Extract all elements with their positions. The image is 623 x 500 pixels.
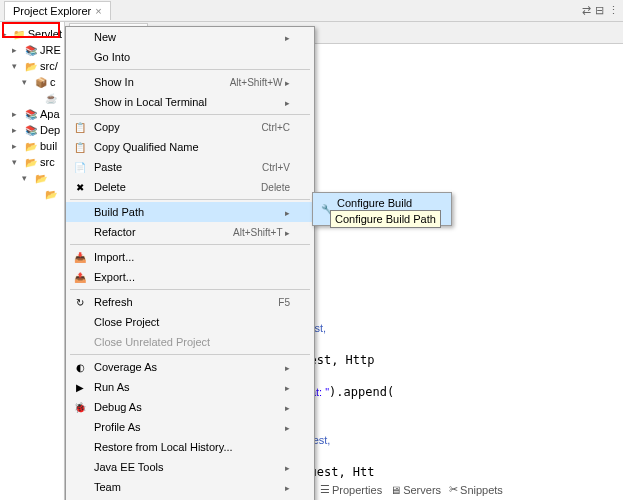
menu-label: Paste [94, 161, 122, 173]
expand-icon[interactable]: ▸ [12, 109, 22, 119]
menu-item-build-path[interactable]: Build Path ▸ [66, 202, 314, 222]
snippets-tab[interactable]: ✂ Snippets [449, 483, 503, 496]
context-menu: New ▸Go IntoShow InAlt+Shift+W ▸Show in … [65, 26, 315, 500]
servers-tab[interactable]: 🖥 Servers [390, 483, 441, 496]
menu-shortcut: Ctrl+V [262, 162, 290, 173]
project-explorer-tab[interactable]: Project Explorer × [4, 1, 111, 20]
menu-item-export-[interactable]: 📤Export... [66, 267, 314, 287]
import-icon: 📥 [72, 249, 88, 265]
menu-label: Restore from Local History... [94, 441, 233, 453]
collapse-icon[interactable]: ⊟ [595, 4, 604, 17]
run-icon: ▶ [72, 379, 88, 395]
menu-item-close-unrelated-project: Close Unrelated Project [66, 332, 314, 352]
expand-icon[interactable]: ▸ [12, 125, 22, 135]
menu-separator [70, 244, 310, 245]
menu-item-refresh[interactable]: ↻RefreshF5 [66, 292, 314, 312]
folder-icon: 📂 [44, 187, 58, 201]
refresh-icon: ↻ [72, 294, 88, 310]
tree-item[interactable]: 📂 [0, 186, 64, 202]
filter-icon[interactable]: ⋮ [608, 4, 619, 17]
menu-label: Copy Qualified Name [94, 141, 199, 153]
menu-item-go-into[interactable]: Go Into [66, 47, 314, 67]
folder-icon: 📂 [24, 59, 38, 73]
menu-item-run-as[interactable]: ▶Run As ▸ [66, 377, 314, 397]
tree-item[interactable]: ▸📚Dep [0, 122, 64, 138]
debug-icon: 🐞 [72, 399, 88, 415]
menu-separator [70, 289, 310, 290]
menu-label: Delete [94, 181, 126, 193]
expand-icon[interactable]: ▸ [12, 45, 22, 55]
coverage-icon: ◐ [72, 359, 88, 375]
tree-label: Apa [40, 108, 60, 120]
menu-item-copy[interactable]: 📋CopyCtrl+C [66, 117, 314, 137]
tree-item[interactable]: ▸📂buil [0, 138, 64, 154]
expand-icon[interactable]: ▸ [12, 141, 22, 151]
menu-item-restore-from-local-history-[interactable]: Restore from Local History... [66, 437, 314, 457]
tree-item[interactable]: ▸📚Apa [0, 106, 64, 122]
menu-item-show-in-local-terminal[interactable]: Show in Local Terminal ▸ [66, 92, 314, 112]
submenu-arrow-icon: ▸ [285, 383, 290, 393]
menu-shortcut: F5 [278, 297, 290, 308]
properties-tab[interactable]: ☰ Properties [320, 483, 382, 496]
tree-item[interactable]: ▾📂src [0, 154, 64, 170]
expand-icon[interactable]: ▾ [12, 61, 22, 71]
expand-icon[interactable]: ▾ [22, 173, 32, 183]
expand-icon[interactable]: ▾ [22, 77, 32, 87]
tree-item[interactable]: ▾📦c [0, 74, 64, 90]
menu-item-team[interactable]: Team ▸ [66, 477, 314, 497]
menu-item-close-project[interactable]: Close Project [66, 312, 314, 332]
close-icon[interactable]: × [95, 5, 101, 17]
menu-item-profile-as[interactable]: Profile As ▸ [66, 417, 314, 437]
menu-label: Refactor [94, 226, 136, 238]
folder-icon: 📂 [24, 139, 38, 153]
explorer-tab-bar: Project Explorer × ⇄ ⊟ ⋮ [0, 0, 623, 22]
menu-separator [70, 69, 310, 70]
menu-separator [70, 199, 310, 200]
tree-item[interactable]: ▸📁Servlet [0, 26, 64, 42]
menu-item-debug-as[interactable]: 🐞Debug As ▸ [66, 397, 314, 417]
link-icon[interactable]: ⇄ [582, 4, 591, 17]
menu-label: Team [94, 481, 121, 493]
paste-icon: 📄 [72, 159, 88, 175]
tab-label: Project Explorer [13, 5, 91, 17]
menu-label: Debug As [94, 401, 142, 413]
tree-label: Dep [40, 124, 60, 136]
tree-item[interactable]: ▾📂 [0, 170, 64, 186]
submenu-arrow-icon: ▸ [285, 483, 290, 493]
menu-label: Coverage As [94, 361, 157, 373]
tree-label: JRE [40, 44, 61, 56]
menu-item-delete[interactable]: ✖DeleteDelete [66, 177, 314, 197]
tree-item[interactable]: ▸📚JRE [0, 42, 64, 58]
menu-item-new[interactable]: New ▸ [66, 27, 314, 47]
expand-icon[interactable]: ▸ [2, 29, 11, 39]
menu-item-show-in[interactable]: Show InAlt+Shift+W ▸ [66, 72, 314, 92]
menu-label: Refresh [94, 296, 133, 308]
menu-item-coverage-as[interactable]: ◐Coverage As ▸ [66, 357, 314, 377]
lib-icon: 📚 [24, 123, 38, 137]
project-explorer: ▸📁Servlet▸📚JRE▾📂src/▾📦c☕▸📚Apa▸📚Dep▸📂buil… [0, 22, 65, 500]
menu-item-java-ee-tools[interactable]: Java EE Tools ▸ [66, 457, 314, 477]
menu-item-paste[interactable]: 📄PasteCtrl+V [66, 157, 314, 177]
menu-label: Show in Local Terminal [94, 96, 207, 108]
menu-label: Go Into [94, 51, 130, 63]
tree-item[interactable]: ☕ [0, 90, 64, 106]
submenu-arrow-icon: ▸ [285, 33, 290, 43]
menu-item-import-[interactable]: 📥Import... [66, 247, 314, 267]
menu-label: Close Unrelated Project [94, 336, 210, 348]
java-icon: ☕ [44, 91, 58, 105]
bottom-view-tabs: ☰ Properties 🖥 Servers ✂ Snippets [320, 483, 503, 496]
delete-icon: ✖ [72, 179, 88, 195]
tree-item[interactable]: ▾📂src/ [0, 58, 64, 74]
submenu-arrow-icon: ▸ [282, 228, 290, 238]
menu-item-refactor[interactable]: RefactorAlt+Shift+T ▸ [66, 222, 314, 242]
lib-icon: 📚 [24, 107, 38, 121]
submenu-arrow-icon: ▸ [285, 423, 290, 433]
tree-label: buil [40, 140, 57, 152]
tree-label: src/ [40, 60, 58, 72]
menu-label: Close Project [94, 316, 159, 328]
menu-shortcut: Ctrl+C [261, 122, 290, 133]
menu-label: Run As [94, 381, 129, 393]
menu-item-copy-qualified-name[interactable]: 📋Copy Qualified Name [66, 137, 314, 157]
expand-icon[interactable]: ▾ [12, 157, 22, 167]
pkg-icon: 📦 [34, 75, 48, 89]
